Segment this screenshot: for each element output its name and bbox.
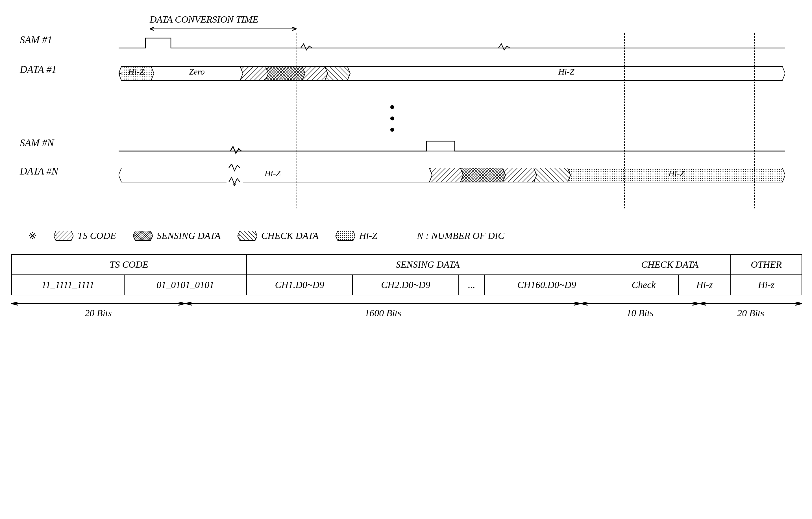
vdash-3 bbox=[624, 33, 625, 208]
td-ts1: 11_1111_1111 bbox=[11, 275, 124, 295]
legend-n-label: N : NUMBER OF DIC bbox=[417, 230, 504, 241]
bits-other-section: 20 Bits bbox=[699, 299, 802, 319]
samN-label: SAM #N bbox=[20, 137, 54, 149]
bits-other-arrow bbox=[699, 299, 802, 308]
legend-item-ts: TS CODE bbox=[54, 229, 116, 243]
bits-ts-arrow bbox=[11, 299, 185, 308]
svg-marker-21 bbox=[503, 168, 536, 182]
th-other: OTHER bbox=[731, 254, 802, 275]
data1-waveform: Hi-Z Zero Hi-Z bbox=[119, 62, 785, 85]
svg-marker-19 bbox=[429, 168, 463, 182]
legend-item-hiz: Hi-Z bbox=[336, 229, 377, 243]
svg-text:Hi-Z: Hi-Z bbox=[264, 169, 281, 178]
legend-sensing-label: SENSING DATA bbox=[157, 230, 221, 241]
data-conversion-time-label: DATA CONVERSION TIME bbox=[150, 14, 258, 25]
sam1-label: SAM #1 bbox=[20, 34, 52, 46]
bits-ts-label: 20 Bits bbox=[85, 308, 112, 319]
svg-marker-29 bbox=[133, 231, 153, 240]
td-ts2: 01_0101_0101 bbox=[124, 275, 246, 295]
svg-marker-13 bbox=[325, 66, 350, 81]
legend-area: ※ TS CODE bbox=[11, 223, 802, 246]
vdash-2 bbox=[296, 33, 297, 208]
svg-marker-10 bbox=[240, 66, 268, 81]
legend-ts-label: TS CODE bbox=[77, 230, 116, 241]
td-ch1: CH1.D0~D9 bbox=[246, 275, 353, 295]
bits-ts-section: 20 Bits bbox=[11, 299, 185, 319]
bits-other-label: 20 Bits bbox=[737, 308, 764, 319]
td-ch160: CH160.D0~D9 bbox=[484, 275, 609, 295]
dataN-label: DATA #N bbox=[20, 165, 58, 177]
td-hiz1: Hi-z bbox=[678, 275, 731, 295]
svg-text:Hi-Z: Hi-Z bbox=[558, 67, 575, 76]
svg-marker-12 bbox=[302, 66, 328, 81]
svg-marker-31 bbox=[237, 231, 257, 240]
svg-text:Hi-Z: Hi-Z bbox=[668, 169, 685, 178]
th-check-data: CHECK DATA bbox=[609, 254, 731, 275]
td-check: Check bbox=[609, 275, 678, 295]
svg-marker-33 bbox=[336, 231, 355, 240]
bits-check-label: 10 Bits bbox=[627, 308, 653, 319]
legend-check-label: CHECK DATA bbox=[261, 230, 319, 241]
vdash-1 bbox=[150, 33, 150, 208]
timing-area: DATA CONVERSION TIME SAM #1 bbox=[11, 8, 802, 223]
timing-table: TS CODE SENSING DATA CHECK DATA OTHER 11… bbox=[11, 254, 802, 295]
td-ch2: CH2.D0~D9 bbox=[352, 275, 459, 295]
conversion-time-arrow bbox=[150, 26, 296, 32]
svg-text:Hi-Z: Hi-Z bbox=[128, 67, 144, 76]
svg-marker-11 bbox=[265, 66, 305, 81]
svg-marker-20 bbox=[460, 168, 505, 182]
dataN-waveform: Hi-Z Hi-Z bbox=[119, 164, 785, 186]
bits-check-arrow bbox=[581, 299, 699, 308]
bits-row: 20 Bits bbox=[11, 299, 802, 319]
sam1-waveform bbox=[119, 35, 785, 52]
table-area: TS CODE SENSING DATA CHECK DATA OTHER 11… bbox=[11, 254, 802, 319]
td-hiz2: Hi-z bbox=[731, 275, 802, 295]
svg-marker-26 bbox=[54, 231, 74, 240]
svg-text:Zero: Zero bbox=[189, 67, 205, 76]
legend-item-check: CHECK DATA bbox=[237, 229, 319, 243]
diagram-container: DATA CONVERSION TIME SAM #1 bbox=[11, 8, 802, 319]
legend-asterisk: ※ bbox=[28, 230, 37, 242]
dots-separator3: • bbox=[390, 121, 395, 138]
legend-hiz-label: Hi-Z bbox=[359, 230, 377, 241]
bits-check-section: 10 Bits bbox=[581, 299, 699, 319]
td-dots: ... bbox=[459, 275, 484, 295]
bits-sensing-label: 1600 Bits bbox=[365, 308, 401, 319]
legend-item-sensing: SENSING DATA bbox=[133, 229, 221, 243]
data1-label: DATA #1 bbox=[20, 63, 57, 76]
bits-sensing-section: 1600 Bits bbox=[185, 299, 581, 319]
vdash-4 bbox=[754, 33, 755, 208]
bits-sensing-arrow bbox=[185, 299, 581, 308]
svg-marker-22 bbox=[534, 168, 571, 182]
th-sensing-data: SENSING DATA bbox=[246, 254, 609, 275]
th-ts-code: TS CODE bbox=[11, 254, 246, 275]
samN-waveform bbox=[119, 138, 785, 155]
